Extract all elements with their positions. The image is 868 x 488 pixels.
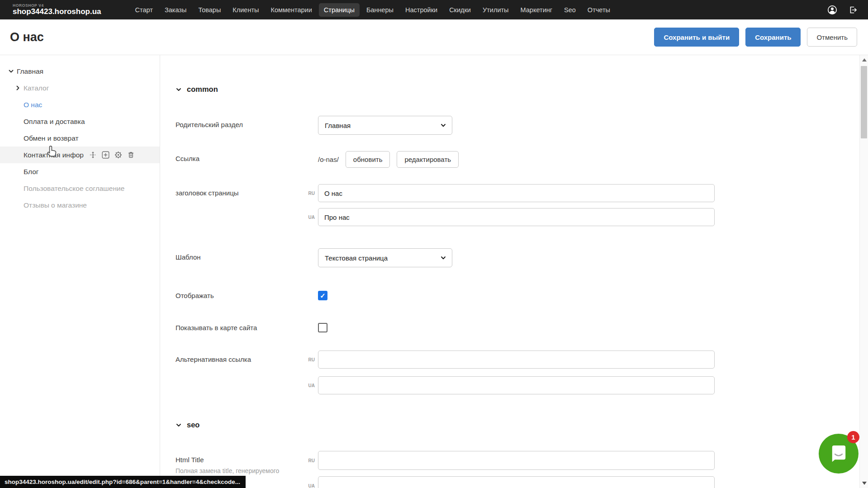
section-seo-header[interactable]: seo	[175, 421, 859, 429]
field-label: Шаблон	[175, 248, 318, 267]
scroll-down-arrow[interactable]	[860, 479, 868, 487]
alt-link-ru-input[interactable]	[318, 351, 715, 369]
alt-link-row: Альтернативная ссылка RU UA	[175, 351, 859, 394]
scroll-up-arrow[interactable]	[860, 56, 868, 64]
link-status-tooltip: shop34423.horoshop.ua/edit/edit.php?id=6…	[0, 476, 246, 488]
nav-item-banners[interactable]: Баннеры	[361, 3, 398, 17]
top-navigation-bar: HOROSHOP V4 shop34423.horoshop.ua Старт …	[0, 0, 868, 19]
account-icon[interactable]	[827, 5, 837, 15]
header-action-buttons: Сохранить и выйти Сохранить Отменить	[654, 28, 857, 47]
field-hint: Полная замена title, генерируемого	[175, 467, 289, 475]
pages-tree-sidebar: Главная Каталог О нас Оплата и доставка …	[0, 55, 160, 488]
display-checkbox[interactable]: ✓	[318, 291, 327, 300]
logout-icon[interactable]	[848, 5, 858, 15]
sidebar-item-label: Отзывы о магазине	[24, 201, 87, 209]
page-title-row: заголовок страницы RU UA	[175, 184, 859, 226]
html-title-ua-input[interactable]	[318, 476, 715, 488]
edit-link-button[interactable]: редактировать	[397, 151, 459, 168]
check-icon: ✓	[320, 292, 326, 299]
nav-item-start[interactable]: Старт	[130, 3, 158, 17]
refresh-link-button[interactable]: обновить	[346, 151, 390, 168]
chevron-down-icon[interactable]	[8, 68, 17, 74]
sidebar-item-polzovatelskoe-soglashenie[interactable]: Пользовательское соглашение	[0, 180, 160, 197]
chat-bubble-icon	[828, 443, 849, 464]
sidebar-item-oplata-i-dostavka[interactable]: Оплата и доставка	[0, 113, 160, 130]
sidebar-item-label: Каталог	[24, 84, 49, 92]
nav-item-pages[interactable]: Страницы	[319, 3, 360, 17]
page-title-ua-input[interactable]	[318, 208, 715, 226]
sidebar-item-label: Главная	[17, 67, 43, 76]
sidebar-item-o-nas[interactable]: О нас	[0, 96, 160, 113]
html-title-row: Html Title Полная замена title, генериру…	[175, 451, 859, 488]
sitemap-checkbox[interactable]	[318, 323, 327, 332]
sidebar-item-label: Блог	[24, 168, 39, 176]
chat-widget: 1	[819, 434, 859, 474]
section-title: seo	[187, 421, 199, 429]
sidebar-item-obmen-i-vozvrat[interactable]: Обмен и возврат	[0, 130, 160, 147]
move-icon[interactable]	[89, 151, 97, 159]
field-label: Альтернативная ссылка	[175, 351, 318, 394]
link-path-value: /o-nas/	[318, 156, 339, 163]
field-label: Ссылка	[175, 151, 318, 168]
lang-ua-badge: UA	[304, 483, 315, 488]
add-icon[interactable]	[102, 151, 109, 159]
nav-item-utilities[interactable]: Утилиты	[478, 3, 514, 17]
scrollbar-thumb[interactable]	[861, 66, 867, 138]
nav-item-clients[interactable]: Клиенты	[228, 3, 264, 17]
html-title-ru-input[interactable]	[318, 451, 715, 470]
link-row: Ссылка /o-nas/ обновить редактировать	[175, 151, 859, 168]
nav-item-reports[interactable]: Отчеты	[583, 3, 615, 17]
display-row: Отображать ✓	[175, 291, 859, 300]
chevron-right-icon[interactable]	[15, 85, 24, 91]
nav-item-products[interactable]: Товары	[193, 3, 226, 17]
template-row: Шаблон Текстовая страница	[175, 248, 859, 267]
chevron-down-icon	[440, 255, 446, 261]
field-label: заголовок страницы	[175, 184, 318, 226]
template-select[interactable]: Текстовая страница	[318, 248, 452, 267]
sitemap-row: Показывать в карте сайта	[175, 323, 859, 332]
sidebar-item-katalog[interactable]: Каталог	[0, 80, 160, 96]
lang-ru-badge: RU	[304, 191, 315, 196]
page-title-ru-input[interactable]	[318, 184, 715, 202]
gear-icon[interactable]	[114, 151, 122, 159]
parent-section-select[interactable]: Главная	[318, 116, 452, 135]
lang-ua-badge: UA	[304, 215, 315, 220]
save-and-exit-button[interactable]: Сохранить и выйти	[654, 28, 739, 47]
chat-unread-badge: 1	[847, 431, 859, 443]
chevron-down-icon	[175, 86, 182, 93]
sidebar-item-label: Обмен и возврат	[24, 134, 79, 142]
main-menu: Старт Заказы Товары Клиенты Комментарии …	[129, 3, 616, 17]
app-logo[interactable]: HOROSHOP V4 shop34423.horoshop.ua	[13, 4, 101, 16]
sidebar-item-label: Пользовательское соглашение	[24, 185, 124, 193]
parent-section-row: Родительский раздел Главная	[175, 116, 859, 135]
sidebar-item-label: Контактная инфор	[24, 151, 84, 159]
nav-item-comments[interactable]: Комментарии	[266, 3, 317, 17]
nav-item-discounts[interactable]: Скидки	[444, 3, 476, 17]
save-button[interactable]: Сохранить	[745, 28, 801, 47]
lang-ua-badge: UA	[304, 383, 315, 388]
alt-link-ua-input[interactable]	[318, 376, 715, 394]
section-title: common	[187, 85, 218, 94]
nav-item-orders[interactable]: Заказы	[160, 3, 191, 17]
vertical-scrollbar[interactable]	[859, 55, 868, 488]
field-label: Показывать в карте сайта	[175, 324, 318, 332]
tree-item-actions	[89, 151, 135, 159]
field-label: Html Title	[175, 456, 318, 464]
trash-icon[interactable]	[127, 151, 135, 159]
chevron-down-icon	[440, 122, 446, 128]
nav-item-settings[interactable]: Настройки	[400, 3, 442, 17]
lang-ru-badge: RU	[304, 357, 315, 362]
cancel-button[interactable]: Отменить	[807, 28, 857, 47]
field-label: Отображать	[175, 292, 318, 299]
sidebar-item-glavnaya[interactable]: Главная	[0, 63, 160, 80]
nav-item-seo[interactable]: Seo	[559, 3, 581, 17]
field-label: Родительский раздел	[175, 116, 318, 135]
sidebar-item-otzyvy-o-magazine[interactable]: Отзывы о магазине	[0, 197, 160, 213]
select-value: Главная	[325, 122, 351, 129]
chevron-down-icon	[175, 422, 182, 428]
page-header: О нас Сохранить и выйти Сохранить Отмени…	[0, 19, 868, 55]
sidebar-item-kontaktnaya-infor[interactable]: Контактная инфор	[0, 147, 160, 163]
nav-item-marketing[interactable]: Маркетинг	[516, 3, 558, 17]
sidebar-item-blog[interactable]: Блог	[0, 163, 160, 180]
section-common-header[interactable]: common	[175, 85, 859, 94]
